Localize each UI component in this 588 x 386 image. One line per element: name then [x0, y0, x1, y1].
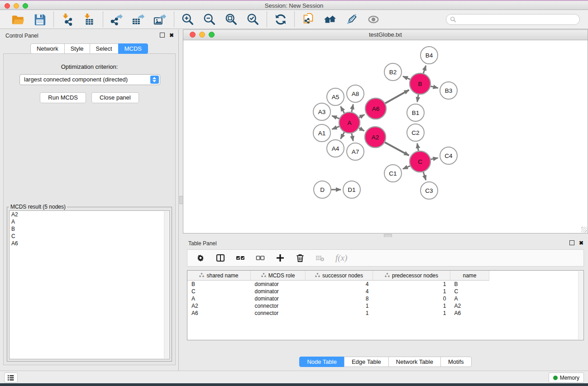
- node-B3[interactable]: B3: [440, 82, 457, 99]
- columns-button[interactable]: [216, 253, 225, 263]
- result-scrollbar[interactable]: [164, 211, 169, 358]
- import-network-button[interactable]: [61, 13, 74, 26]
- edge-A-A4[interactable]: [340, 132, 344, 139]
- resize-grip-icon[interactable]: [581, 227, 587, 233]
- edge-C-C2[interactable]: [417, 143, 419, 151]
- hide-labels-button[interactable]: [345, 13, 359, 26]
- column-header-successor-nodes[interactable]: successor nodes: [306, 271, 373, 281]
- node-B[interactable]: B: [410, 73, 430, 94]
- node-A1[interactable]: A1: [313, 124, 330, 142]
- tab-select[interactable]: Select: [90, 43, 119, 54]
- gear-button[interactable]: [196, 253, 205, 263]
- table-row[interactable]: Bdominator41B: [187, 281, 489, 288]
- node-A6[interactable]: A6: [365, 98, 386, 119]
- float-table-panel-icon[interactable]: [569, 240, 574, 245]
- node-A[interactable]: A: [339, 112, 360, 133]
- tab-motifs[interactable]: Motifs: [440, 357, 472, 367]
- result-list-item[interactable]: C: [10, 233, 169, 240]
- tab-style[interactable]: Style: [64, 43, 90, 54]
- table-cell[interactable]: B: [450, 281, 489, 288]
- edge-A-A8[interactable]: [352, 105, 353, 112]
- close-panel-icon[interactable]: ✖: [169, 33, 174, 38]
- network-graph[interactable]: B4B2BB3B1A5A8A6A3AA1C2A2A4A7C4CC1C3DD1: [183, 40, 588, 233]
- search-input[interactable]: [456, 16, 579, 23]
- table-cell[interactable]: 4: [306, 281, 373, 288]
- table-cell[interactable]: A: [450, 295, 489, 302]
- add-column-button[interactable]: [276, 253, 285, 263]
- node-D[interactable]: D: [314, 181, 331, 198]
- network-window-titlebar[interactable]: testGlobe.txt: [183, 30, 588, 40]
- edge-A-A5[interactable]: [340, 106, 344, 113]
- edge-A2-C[interactable]: [385, 142, 409, 155]
- node-table[interactable]: shared nameMCDS rolesuccessor nodesprede…: [187, 270, 584, 340]
- column-header-MCDS-role[interactable]: MCDS role: [251, 271, 306, 281]
- node-A8[interactable]: A8: [347, 85, 364, 102]
- tab-mcds[interactable]: MCDS: [118, 43, 148, 54]
- table-cell[interactable]: 4: [306, 288, 373, 295]
- table-cell[interactable]: A6: [187, 310, 251, 317]
- table-cell[interactable]: 1: [373, 302, 450, 310]
- table-row[interactable]: A2connector11A2: [187, 302, 489, 310]
- deselect-all-checks-button[interactable]: [256, 253, 265, 263]
- table-cell[interactable]: 1: [306, 302, 373, 310]
- column-header-shared-name[interactable]: shared name: [187, 271, 251, 281]
- export-network-button[interactable]: [110, 13, 124, 26]
- edge-B-B4[interactable]: [423, 66, 425, 73]
- edge-A6-B[interactable]: [385, 90, 409, 104]
- network-canvas[interactable]: B4B2BB3B1A5A8A6A3AA1C2A2A4A7C4CC1C3DD1: [183, 40, 588, 233]
- open-browser-button[interactable]: [323, 13, 337, 26]
- function-builder-button[interactable]: f(x): [335, 253, 347, 263]
- node-A4[interactable]: A4: [327, 140, 344, 157]
- table-row[interactable]: Cdominator41C: [187, 288, 489, 295]
- export-image-button[interactable]: [153, 13, 167, 26]
- result-list-item[interactable]: A: [10, 218, 169, 225]
- result-list-item[interactable]: A6: [10, 240, 169, 247]
- node-A3[interactable]: A3: [313, 103, 330, 120]
- zoom-in-button[interactable]: [181, 13, 195, 26]
- table-cell[interactable]: A2: [187, 302, 251, 310]
- result-list-item[interactable]: B: [10, 225, 169, 233]
- edge-A-A6[interactable]: [359, 114, 364, 117]
- open-file-button[interactable]: [11, 13, 25, 26]
- refresh-view-button[interactable]: [274, 13, 287, 26]
- table-cell[interactable]: dominator: [251, 281, 306, 288]
- memory-button[interactable]: Memory: [549, 372, 584, 383]
- save-session-button[interactable]: [33, 13, 47, 26]
- run-mcds-button[interactable]: Run MCDS: [40, 92, 86, 103]
- edge-A-A2[interactable]: [359, 128, 364, 131]
- mcds-result-list[interactable]: A2ABCA6: [9, 210, 170, 359]
- table-row[interactable]: Adominator80A: [187, 295, 489, 302]
- node-C3[interactable]: C3: [421, 182, 438, 199]
- node-B4[interactable]: B4: [421, 47, 438, 64]
- zoom-fit-button[interactable]: [225, 13, 238, 26]
- edge-A-A3[interactable]: [332, 116, 339, 119]
- zoom-out-button[interactable]: [203, 13, 216, 26]
- delete-column-button[interactable]: [296, 253, 305, 263]
- table-cell[interactable]: A: [187, 295, 251, 302]
- task-history-button[interactable]: [4, 372, 18, 383]
- select-all-checks-button[interactable]: [236, 253, 245, 263]
- search-box[interactable]: [446, 14, 580, 25]
- edge-A-A7[interactable]: [352, 133, 353, 141]
- import-table-button[interactable]: [82, 13, 96, 26]
- horizontal-split-divider[interactable]: [183, 234, 588, 237]
- column-header-name[interactable]: name: [450, 271, 489, 281]
- edge-C-C3[interactable]: [423, 172, 426, 180]
- zoom-selected-button[interactable]: [246, 13, 260, 26]
- table-cell[interactable]: 0: [373, 295, 450, 302]
- table-cell[interactable]: 1: [373, 281, 450, 288]
- edge-B-B2[interactable]: [403, 76, 410, 80]
- edge-B-B3[interactable]: [430, 86, 438, 88]
- float-panel-icon[interactable]: [160, 33, 165, 38]
- column-header-predecessor-nodes[interactable]: predecessor nodes: [373, 271, 450, 281]
- close-table-panel-icon[interactable]: ✖: [579, 241, 583, 245]
- node-C1[interactable]: C1: [384, 165, 402, 182]
- table-scrollbar[interactable]: [578, 271, 583, 339]
- node-A7[interactable]: A7: [347, 143, 364, 160]
- node-C2[interactable]: C2: [407, 124, 424, 141]
- clone-network-button[interactable]: [301, 13, 315, 26]
- table-cell[interactable]: connector: [251, 302, 306, 310]
- result-list-item[interactable]: A2: [10, 211, 169, 218]
- export-table-button[interactable]: [132, 13, 145, 26]
- table-cell[interactable]: dominator: [251, 295, 306, 302]
